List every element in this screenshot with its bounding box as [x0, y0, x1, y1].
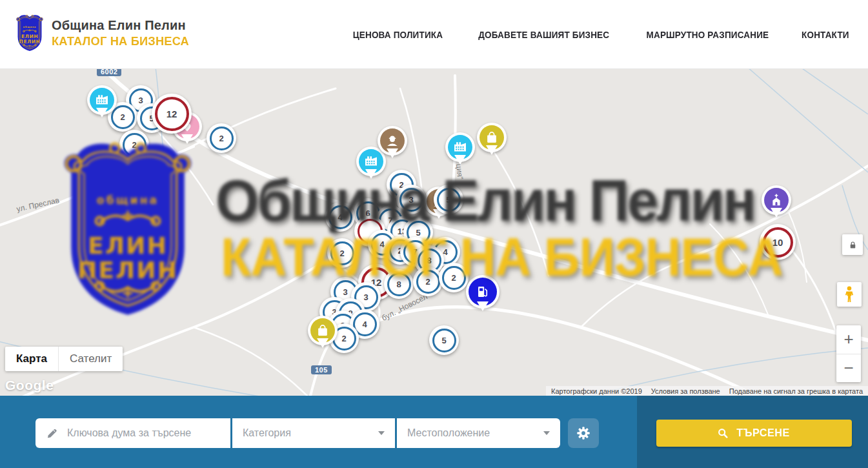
cluster-count: 4	[328, 205, 352, 229]
cluster-count: 2	[442, 266, 466, 290]
site-subtitle: КАТАЛОГ НА БИЗНЕСА	[52, 34, 189, 48]
nav-item-0[interactable]: ЦЕНОВА ПОЛИТИКА	[353, 29, 443, 40]
map-cluster-marker[interactable]: 4	[325, 202, 355, 232]
cluster-count: 2	[330, 241, 354, 265]
map-pin-marker[interactable]	[477, 123, 507, 152]
search-button-label: ТЪРСЕНЕ	[736, 427, 789, 440]
map-cluster-marker[interactable]: 5	[429, 325, 459, 355]
pegman-control[interactable]	[837, 282, 862, 307]
map-cluster-marker[interactable]: 8	[384, 269, 414, 299]
category-select-value: Категория	[232, 427, 378, 439]
map-pin-marker[interactable]	[445, 132, 475, 162]
map-canvas[interactable]: ул. Преславбул. „Новоселция" 6002105 325…	[0, 69, 868, 396]
factory-icon	[359, 149, 383, 174]
lock-control-button[interactable]	[842, 234, 863, 255]
chevron-down-icon	[543, 431, 550, 438]
map-attribution: Картографски данни ©2019Условия за ползв…	[546, 386, 868, 396]
cluster-count: 8	[387, 272, 411, 296]
cluster-count: 12	[155, 97, 189, 131]
map-type-control: Карта Сателит	[5, 347, 123, 371]
map-cluster-marker[interactable]: 2	[207, 123, 236, 153]
site-title: Община Елин Пелин	[52, 18, 195, 33]
map-cluster-marker[interactable]: 10	[760, 224, 796, 260]
map-cluster-marker[interactable]: 12	[152, 94, 192, 134]
chevron-down-icon	[378, 431, 385, 438]
attribution-text: Картографски данни ©2019	[551, 387, 642, 395]
keyword-search-input[interactable]	[67, 427, 230, 439]
cluster-count: 5	[432, 329, 456, 352]
factory-icon	[90, 88, 114, 112]
advanced-settings-button[interactable]	[568, 418, 599, 448]
search-icon	[717, 427, 729, 439]
google-logo[interactable]: Google	[5, 378, 54, 393]
shopping-bag-icon	[479, 125, 504, 150]
lock-icon	[848, 240, 858, 250]
map-pin-marker[interactable]	[87, 85, 117, 115]
page: Община Елин Пелин КАТАЛОГ НА БИЗНЕСА ЦЕН…	[0, 0, 868, 468]
municipality-emblem-logo	[14, 13, 45, 53]
zoom-out-button[interactable]: −	[836, 354, 861, 383]
map-cluster-marker[interactable]: 2	[439, 263, 469, 292]
map-cluster-marker[interactable]: 2	[119, 130, 149, 159]
search-bar: ТЪРСЕНЕ Категория Местоположение	[0, 396, 868, 468]
map-pin-marker[interactable]	[466, 275, 500, 309]
map-pin-marker[interactable]	[762, 185, 791, 215]
header: Община Елин Пелин КАТАЛОГ НА БИЗНЕСА ЦЕН…	[0, 0, 868, 69]
cluster-count: 2	[210, 127, 234, 150]
map-pin-marker[interactable]	[378, 126, 407, 156]
zoom-control: + −	[836, 325, 861, 382]
fuel-icon	[469, 278, 497, 306]
cluster-count: 2	[111, 105, 135, 129]
map-cluster-marker[interactable]: 2	[413, 267, 443, 296]
location-select[interactable]: Местоположение	[397, 418, 560, 448]
cluster-count: 2	[416, 270, 440, 294]
nav-item-1[interactable]: ДОБАВЕТЕ ВАШИЯТ БИЗНЕС	[478, 29, 609, 40]
main-nav: ЦЕНОВА ПОЛИТИКАДОБАВЕТЕ ВАШИЯТ БИЗНЕСМАР…	[348, 0, 852, 69]
map-type-map-button[interactable]: Карта	[5, 347, 58, 371]
gear-icon	[575, 425, 592, 442]
map-cluster-marker[interactable]: 2	[327, 238, 357, 268]
nav-item-2[interactable]: МАРШРУТНО РАЗПИСАНИЕ	[647, 29, 769, 40]
zoom-in-button[interactable]: +	[836, 325, 861, 354]
pegman-icon	[842, 285, 857, 303]
site-logo[interactable]: Община Елин Пелин КАТАЛОГ НА БИЗНЕСА	[14, 13, 195, 53]
cluster-count: 5	[437, 188, 461, 212]
attribution-link[interactable]: Условия за ползване	[651, 387, 720, 395]
search-bar-right-panel: ТЪРСЕНЕ	[637, 396, 868, 468]
category-select[interactable]: Категория	[232, 418, 395, 448]
pencil-icon	[35, 427, 67, 440]
nav-item-3[interactable]: КОНТАКТИ	[802, 29, 849, 40]
keyword-field	[35, 418, 230, 448]
map-type-satellite-button[interactable]: Сателит	[58, 347, 123, 371]
factory-icon	[448, 135, 472, 159]
search-button[interactable]: ТЪРСЕНЕ	[656, 420, 852, 447]
location-select-value: Местоположение	[397, 427, 543, 439]
markers-layer: 3251222235647135422748128223338342510	[0, 69, 868, 396]
worker-icon	[380, 128, 405, 153]
cluster-count: 10	[763, 227, 793, 258]
shopping-bag-icon	[310, 318, 335, 343]
map-pin-marker[interactable]	[308, 316, 338, 345]
cluster-count: 3	[399, 188, 423, 212]
church-icon	[764, 188, 789, 212]
cluster-count: 2	[123, 133, 146, 157]
attribution-link[interactable]: Подаване на сигнал за грешка в картата	[729, 387, 863, 395]
map-cluster-marker[interactable]: 5	[434, 185, 463, 214]
